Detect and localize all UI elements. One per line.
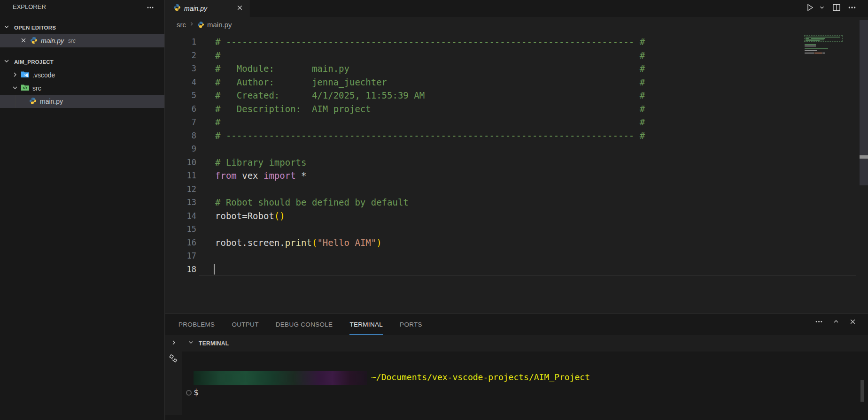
terminal-content[interactable]: ~/Documents/vex-vscode-projects/AIM_Proj… [182, 351, 859, 420]
code-line-10[interactable]: 10# Library imports [165, 156, 814, 169]
chevron-down-icon [3, 57, 10, 67]
line-number: 1 [165, 35, 196, 49]
breadcrumb-folder[interactable]: src [177, 21, 186, 29]
code-line-17[interactable]: 17 [165, 249, 814, 263]
code-token: # Author: jenna_juechter # [215, 77, 645, 87]
code-line-4[interactable]: 4# Author: jenna_juechter # [165, 76, 814, 89]
line-number: 6 [165, 102, 196, 116]
chevron-down-icon[interactable] [187, 339, 194, 348]
close-icon[interactable] [20, 37, 27, 45]
code-token: # Description: AIM project # [215, 104, 645, 114]
line-number: 18 [165, 263, 196, 276]
code-token: # Robot should be defined by default [215, 197, 409, 207]
panel-maximize-chevron-up-icon[interactable] [832, 318, 840, 327]
python-icon [29, 97, 37, 106]
code-line-9[interactable]: 9 [165, 142, 814, 156]
tree-item-vscode-folder[interactable]: .vscode [0, 69, 164, 82]
terminal-scrollbar-thumb[interactable] [860, 380, 864, 402]
panel-tab-output[interactable]: OUTPUT [232, 314, 258, 335]
code-line-2[interactable]: 2# # [165, 49, 814, 62]
code-line-14[interactable]: 14robot=Robot() [165, 209, 814, 223]
minimap[interactable] [804, 34, 845, 57]
code-token: # --------------------------------------… [215, 37, 645, 47]
panel-tab-problems[interactable]: PROBLEMS [178, 314, 215, 335]
explorer-sidebar: EXPLORER OPEN EDITORS main.py src [0, 0, 165, 420]
code-line-16[interactable]: 16robot.screen.print("Hello AIM") [165, 236, 814, 250]
chevron-right-icon[interactable] [170, 339, 178, 348]
open-editors-section-header[interactable]: OPEN EDITORS [0, 21, 164, 34]
code-line-8[interactable]: 8# -------------------------------------… [165, 129, 814, 143]
panel-more-icon[interactable] [815, 318, 823, 328]
code-text: from vex import * [196, 169, 307, 183]
line-number: 5 [165, 89, 196, 102]
src-folder-icon [21, 84, 29, 92]
vex-terminal-banner-image [194, 371, 367, 385]
panel-tab-bar: PROBLEMSOUTPUTDEBUG CONSOLETERMINALPORTS [178, 314, 422, 335]
vex-terminal-decoration-icon[interactable] [168, 354, 178, 366]
chevron-down-icon [3, 23, 10, 32]
tree-item-src-folder[interactable]: src [0, 82, 164, 95]
project-section-header[interactable]: AIM_PROJECT [0, 55, 164, 69]
code-token: # # [215, 117, 645, 127]
split-editor-icon[interactable] [832, 3, 841, 14]
editor-more-icon[interactable] [848, 3, 856, 14]
code-text: # Author: jenna_juechter # [196, 76, 645, 89]
bottom-panel: PROBLEMSOUTPUTDEBUG CONSOLETERMINALPORTS… [165, 313, 868, 420]
editor-scrollbar-thumb[interactable] [860, 20, 868, 185]
panel-tab-debug-console[interactable]: DEBUG CONSOLE [276, 314, 333, 335]
run-dropdown-chevron-icon[interactable] [819, 4, 825, 13]
line-number: 2 [165, 49, 196, 62]
close-icon[interactable] [236, 4, 243, 13]
explorer-header: EXPLORER [0, 0, 164, 16]
tree-item-label: main.py [40, 98, 63, 105]
line-number: 4 [165, 76, 196, 89]
command-decoration-circle-icon[interactable] [186, 390, 192, 396]
code-token: # Created: 4/1/2025, 11:55:39 AM # [215, 90, 645, 100]
panel-tab-terminal[interactable]: TERMINAL [349, 314, 383, 335]
line-number: 9 [165, 142, 196, 156]
panel-actions [815, 314, 856, 331]
code-line-12[interactable]: 12 [165, 183, 814, 196]
code-line-7[interactable]: 7# # [165, 115, 814, 129]
breadcrumb-file[interactable]: main.py [207, 21, 232, 29]
code-token: # Module: main.py # [215, 63, 645, 74]
minimap-comment-block [804, 35, 843, 42]
code-token: robot.screen. [215, 237, 285, 248]
code-line-15[interactable]: 15 [165, 222, 814, 236]
tree-item-main-py[interactable]: main.py [0, 95, 164, 108]
code-editor[interactable]: 1# -------------------------------------… [165, 35, 814, 276]
code-line-13[interactable]: 13# Robot should be defined by default [165, 196, 814, 209]
chevron-right-icon [11, 71, 19, 80]
code-line-1[interactable]: 1# -------------------------------------… [165, 35, 814, 49]
open-editor-file-name: main.py [41, 37, 64, 45]
tree-item-label: src [32, 84, 41, 92]
scrollbar-cursor-marker [860, 155, 868, 159]
code-line-11[interactable]: 11from vex import * [165, 169, 814, 183]
code-line-3[interactable]: 3# Module: main.py # [165, 62, 814, 76]
code-line-5[interactable]: 5# Created: 4/1/2025, 11:55:39 AM # [165, 89, 814, 102]
panel-close-icon[interactable] [849, 318, 856, 327]
code-text: # # [196, 115, 645, 129]
terminal-section-label: TERMINAL [199, 340, 229, 347]
explorer-more-icon[interactable] [147, 4, 154, 13]
panel-tab-ports[interactable]: PORTS [400, 314, 422, 335]
run-button[interactable] [805, 3, 814, 14]
code-line-6[interactable]: 6# Description: AIM project # [165, 102, 814, 116]
code-token: # # [215, 50, 645, 61]
vscode-folder-icon [21, 71, 29, 79]
python-icon [173, 4, 181, 13]
editor-actions [805, 0, 856, 17]
code-text [196, 183, 215, 196]
code-token: # Library imports [215, 157, 306, 168]
code-text: # Robot should be defined by default [196, 196, 409, 209]
tab-label: main.py [184, 5, 207, 12]
code-token: vex [237, 170, 264, 181]
code-token: from [215, 170, 237, 181]
code-text: # Description: AIM project # [196, 102, 645, 116]
code-token: ( [312, 237, 317, 248]
code-text: # # [196, 49, 645, 62]
line-number: 3 [165, 62, 196, 76]
code-line-18[interactable]: 18 [165, 263, 814, 276]
open-editor-item-main-py[interactable]: main.py src [0, 34, 164, 47]
tab-main-py[interactable]: main.py [165, 0, 249, 17]
